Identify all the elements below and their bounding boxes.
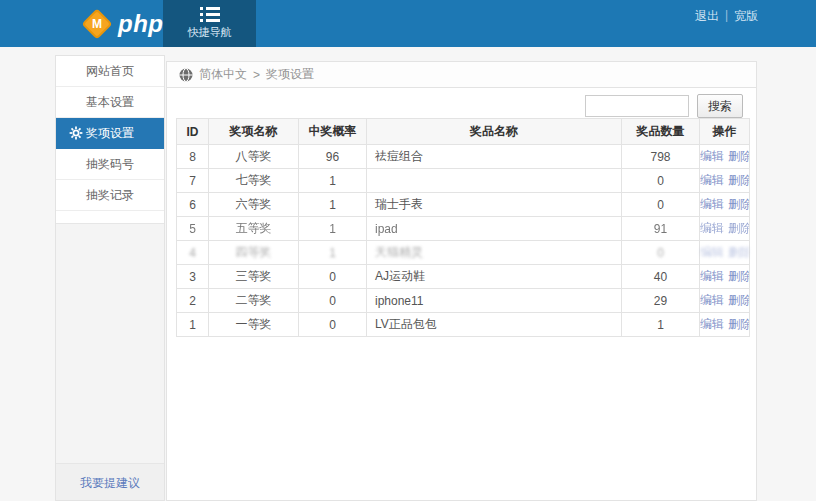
table-row: 2二等奖0iphone1129编辑删除: [177, 289, 750, 313]
product-name: 瑞士手表: [367, 193, 622, 217]
delete-link[interactable]: 删除: [728, 221, 750, 235]
sidebar-items: 网站首页基本设置奖项设置抽奖码号抽奖记录: [56, 56, 164, 211]
prize-name: 一等奖: [209, 313, 299, 337]
top-right-links: 退出 | 宽版: [695, 8, 758, 25]
prize-probability: 1: [299, 241, 367, 265]
delete-link[interactable]: 删除: [728, 293, 750, 307]
delete-link[interactable]: 删除: [728, 269, 750, 283]
prize-id: 7: [177, 169, 209, 193]
edit-link[interactable]: 编辑: [700, 173, 724, 187]
prize-probability: 1: [299, 169, 367, 193]
prize-name: 二等奖: [209, 289, 299, 313]
row-actions: 编辑删除: [700, 169, 750, 193]
row-actions: 编辑删除: [700, 193, 750, 217]
suggestion-link[interactable]: 我要提建议: [56, 464, 164, 500]
app-window: M phpci 快捷导航 退出 | 宽版 网站首页基本设置奖项设置抽奖码号抽奖记…: [0, 0, 816, 501]
edit-link[interactable]: 编辑: [700, 269, 724, 283]
prize-id: 2: [177, 289, 209, 313]
sidebar-spacer: [56, 223, 164, 464]
gear-icon: [69, 126, 83, 140]
prize-id: 3: [177, 265, 209, 289]
product-quantity: 91: [622, 217, 700, 241]
search-button[interactable]: 搜索: [697, 94, 743, 118]
sidebar-item-奖项设置[interactable]: 奖项设置: [56, 118, 164, 149]
product-name: [367, 169, 622, 193]
product-quantity: 40: [622, 265, 700, 289]
quick-nav-label: 快捷导航: [188, 25, 232, 40]
delete-link[interactable]: 删除: [728, 149, 750, 163]
edit-link[interactable]: 编辑: [700, 197, 724, 211]
breadcrumb-separator: >: [253, 68, 260, 82]
delete-link[interactable]: 删除: [728, 317, 750, 331]
product-name: 祛痘组合: [367, 145, 622, 169]
edit-link[interactable]: 编辑: [700, 293, 724, 307]
prize-table: ID奖项名称中奖概率奖品名称奖品数量操作 8八等奖96祛痘组合798编辑删除7七…: [176, 118, 750, 337]
edit-link[interactable]: 编辑: [700, 317, 724, 331]
product-name: AJ运动鞋: [367, 265, 622, 289]
product-quantity: 1: [622, 313, 700, 337]
quick-nav-tab[interactable]: 快捷导航: [163, 0, 256, 47]
logo-badge-letter: M: [92, 17, 102, 31]
prize-probability: 0: [299, 313, 367, 337]
prize-probability: 0: [299, 265, 367, 289]
edit-link[interactable]: 编辑: [700, 221, 724, 235]
top-header-bar: M phpci 快捷导航 退出 | 宽版: [0, 0, 816, 47]
sidebar-item-label: 奖项设置: [86, 126, 134, 140]
sidebar-item-网站首页[interactable]: 网站首页: [56, 56, 164, 87]
prize-name: 八等奖: [209, 145, 299, 169]
product-name: ipad: [367, 217, 622, 241]
delete-link[interactable]: 删除: [728, 173, 750, 187]
product-name: 天猫精灵: [367, 241, 622, 265]
column-header-中奖概率: 中奖概率: [299, 119, 367, 145]
row-actions: 编辑删除: [700, 313, 750, 337]
table-row: 5五等奖1ipad91编辑删除: [177, 217, 750, 241]
globe-icon: [179, 68, 193, 82]
column-header-操作: 操作: [700, 119, 750, 145]
prize-probability: 0: [299, 289, 367, 313]
sidebar-item-抽奖码号[interactable]: 抽奖码号: [56, 149, 164, 180]
row-actions: 编辑删除: [700, 217, 750, 241]
prize-probability: 1: [299, 217, 367, 241]
main-content-panel: 简体中文 > 奖项设置 搜索 ID奖项名称中奖概率奖品名称奖品数量操作 8八等奖…: [166, 61, 757, 501]
column-header-ID: ID: [177, 119, 209, 145]
row-actions: 编辑删除: [700, 265, 750, 289]
logo-diamond-icon: M: [81, 8, 112, 39]
search-input[interactable]: [585, 95, 689, 117]
breadcrumb: 简体中文 > 奖项设置: [167, 62, 756, 88]
column-header-奖项名称: 奖项名称: [209, 119, 299, 145]
prize-name: 三等奖: [209, 265, 299, 289]
edit-link[interactable]: 编辑: [700, 245, 724, 259]
row-actions: 编辑删除: [700, 241, 750, 265]
prize-id: 5: [177, 217, 209, 241]
sidebar-item-label: 基本设置: [86, 95, 134, 109]
edit-link[interactable]: 编辑: [700, 149, 724, 163]
prize-name: 七等奖: [209, 169, 299, 193]
table-row: 1一等奖0LV正品包包1编辑删除: [177, 313, 750, 337]
table-row: 6六等奖1瑞士手表0编辑删除: [177, 193, 750, 217]
prize-name: 四等奖: [209, 241, 299, 265]
product-name: iphone11: [367, 289, 622, 313]
product-quantity: 798: [622, 145, 700, 169]
sidebar-item-label: 网站首页: [86, 64, 134, 78]
table-header-row: ID奖项名称中奖概率奖品名称奖品数量操作: [177, 119, 750, 145]
search-bar: 搜索: [585, 94, 743, 118]
prize-id: 8: [177, 145, 209, 169]
breadcrumb-language[interactable]: 简体中文: [199, 66, 247, 83]
product-quantity: 0: [622, 241, 700, 265]
delete-link[interactable]: 删除: [728, 245, 750, 259]
product-quantity: 0: [622, 193, 700, 217]
link-divider: |: [725, 8, 728, 25]
row-actions: 编辑删除: [700, 289, 750, 313]
list-menu-icon: [200, 7, 220, 22]
prize-probability: 1: [299, 193, 367, 217]
wide-version-link[interactable]: 宽版: [734, 8, 758, 25]
sidebar-item-label: 抽奖记录: [86, 188, 134, 202]
prize-name: 五等奖: [209, 217, 299, 241]
sidebar-item-抽奖记录[interactable]: 抽奖记录: [56, 180, 164, 211]
logout-link[interactable]: 退出: [695, 8, 719, 25]
product-quantity: 29: [622, 289, 700, 313]
delete-link[interactable]: 删除: [728, 197, 750, 211]
prize-id: 6: [177, 193, 209, 217]
sidebar-item-基本设置[interactable]: 基本设置: [56, 87, 164, 118]
product-quantity: 0: [622, 169, 700, 193]
